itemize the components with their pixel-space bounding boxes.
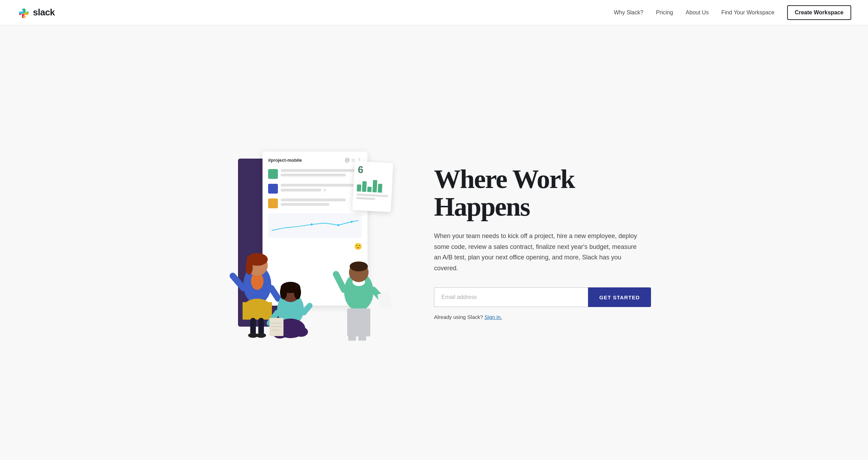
nav-why-slack[interactable]: Why Slack? [614,9,643,16]
svg-line-39 [336,274,344,290]
hero-heading-line1: Where Work [434,164,575,194]
message-row-1 [268,169,362,179]
characters-illustration [217,208,399,341]
signin-static-text: Already using Slack? [434,314,483,320]
illustration-area: #project-mobile @ ☆ ⋮ ? [217,145,399,341]
slack-logo-icon [17,6,29,19]
doc-bar [357,194,388,197]
svg-rect-12 [250,318,256,335]
logo-text: slack [33,7,55,18]
avatar-yellow [268,198,278,208]
svg-rect-41 [377,292,392,310]
svg-line-11 [271,288,278,299]
svg-point-15 [256,333,266,338]
message-row-2: ? [268,184,362,194]
create-workspace-button[interactable]: Create Workspace [787,5,851,20]
svg-rect-13 [258,318,264,335]
hero-heading: Where Work Happens [434,165,651,221]
email-input[interactable] [434,287,588,307]
avatar-green [268,169,278,179]
question-mark: ? [323,188,326,193]
msg-line [281,169,358,172]
svg-line-10 [233,276,243,288]
svg-point-23 [294,327,308,337]
svg-point-19 [280,285,287,299]
svg-rect-35 [348,328,356,341]
nav-about-us[interactable]: About Us [686,9,709,16]
svg-point-9 [246,259,253,275]
doc-bar [356,197,375,200]
msg-line [281,189,321,191]
message-row-3 [268,198,362,208]
signin-link[interactable]: Sign in. [484,314,502,320]
get-started-button[interactable]: GET STARTED [588,287,651,307]
main-nav: Why Slack? Pricing About Us Find Your Wo… [614,5,851,20]
hero-heading-line2: Happens [434,192,530,221]
svg-point-20 [294,285,301,299]
nav-pricing[interactable]: Pricing [656,9,673,16]
hero-subtitle: When your team needs to kick off a proje… [434,231,637,273]
hero-section: #project-mobile @ ☆ ⋮ ? [189,25,679,460]
email-form: GET STARTED [434,287,651,307]
panel-channel-name: #project-mobile [268,158,302,163]
logo-area[interactable]: slack [17,6,55,19]
site-header: slack Why Slack? Pricing About Us Find Y… [0,0,868,25]
msg-line [281,184,358,187]
hero-content: Where Work Happens When your team needs … [413,165,651,320]
msg-line [281,174,346,176]
msg-line [281,203,329,206]
doc-card: 6 [352,161,393,212]
svg-line-25 [304,306,310,313]
svg-rect-36 [358,328,366,341]
signin-prompt: Already using Slack? Sign in. [434,314,651,320]
svg-point-33 [350,262,368,271]
doc-chart-bars [357,177,389,193]
avatar-blue [268,184,278,194]
doc-number: 6 [358,165,390,176]
panel-header: #project-mobile @ ☆ ⋮ [268,157,362,163]
msg-line [281,198,346,201]
nav-find-workspace[interactable]: Find Your Workspace [721,9,775,16]
man-standing [336,262,392,341]
svg-rect-5 [243,302,272,320]
